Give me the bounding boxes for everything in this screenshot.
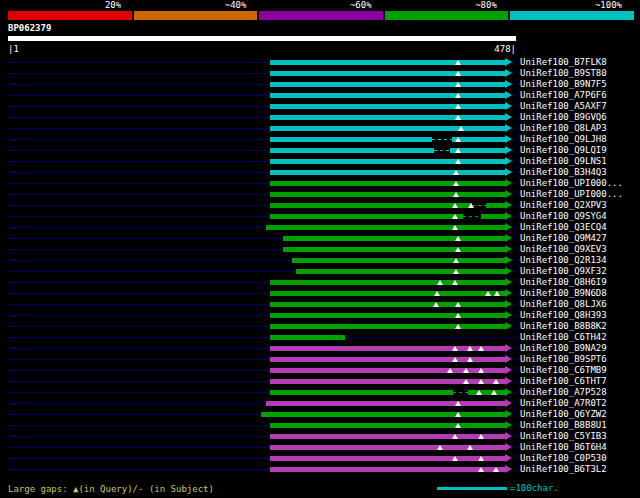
- query-gap-marker: [455, 313, 461, 318]
- hit-label[interactable]: UniRef100_A7P6F6: [520, 90, 607, 101]
- hit-label[interactable]: UniRef100_B7FLK8: [520, 57, 607, 68]
- alignment-bar[interactable]: [270, 148, 505, 153]
- hit-label[interactable]: UniRef100_Q9LJH8: [520, 134, 607, 145]
- alignment-bar[interactable]: [270, 82, 505, 87]
- scale-line: [437, 487, 507, 490]
- hit-label[interactable]: UniRef100_A7P528: [520, 387, 607, 398]
- alignment-bar[interactable]: [270, 71, 505, 76]
- hit-label[interactable]: UniRef100_B6T6H4: [520, 442, 607, 453]
- alignment-bar[interactable]: [266, 225, 506, 230]
- hit-label[interactable]: UniRef100_B6T3L2: [520, 464, 607, 475]
- hit-label[interactable]: UniRef100_A5AXF7: [520, 101, 607, 112]
- hit-label[interactable]: UniRef100_B9N7F5: [520, 79, 607, 90]
- alignment-bar[interactable]: [270, 137, 505, 142]
- hit-label[interactable]: UniRef100_Q9M427: [520, 233, 607, 244]
- hit-label[interactable]: UniRef100_Q9LQI9: [520, 145, 607, 156]
- hit-label[interactable]: UniRef100_Q9LNS1: [520, 156, 607, 167]
- hit-label[interactable]: UniRef100_Q9SYG4: [520, 211, 607, 222]
- query-gap-marker: [452, 346, 458, 351]
- hit-label[interactable]: UniRef100_Q8LAP3: [520, 123, 607, 134]
- hit-label[interactable]: UniRef100_Q9XF32: [520, 266, 607, 277]
- query-gap-marker: [478, 467, 484, 472]
- hit-label[interactable]: UniRef100_Q8H6I9: [520, 277, 607, 288]
- hit-label[interactable]: UniRef100_C6THT7: [520, 376, 607, 387]
- query-gap-marker: [455, 137, 461, 142]
- hit-label[interactable]: UniRef100_UPI000...: [520, 189, 623, 200]
- alignment-bar[interactable]: [270, 192, 505, 197]
- alignment-bar[interactable]: [270, 302, 505, 307]
- alignment-bar[interactable]: [270, 368, 505, 373]
- hit-label[interactable]: UniRef100_Q6YZW2: [520, 409, 607, 420]
- hit-label[interactable]: UniRef100_UPI000...: [520, 178, 623, 189]
- hit-label[interactable]: UniRef100_B8B8K2: [520, 321, 607, 332]
- alignment-bar[interactable]: [270, 313, 505, 318]
- hit-label[interactable]: UniRef100_C0P530: [520, 453, 607, 464]
- alignment-bar[interactable]: [270, 280, 505, 285]
- hit-label[interactable]: UniRef100_B9SPT6: [520, 354, 607, 365]
- hit-label[interactable]: UniRef100_B9NA29: [520, 343, 607, 354]
- alignment-bar[interactable]: [270, 60, 505, 65]
- query-gap-marker: [455, 324, 461, 329]
- alignment-bar[interactable]: [292, 258, 505, 263]
- hit-label[interactable]: UniRef100_Q8LJX6: [520, 299, 607, 310]
- bar-arrowhead: [505, 399, 512, 407]
- alignment-bar[interactable]: [270, 335, 345, 340]
- hit-label[interactable]: UniRef100_Q9XEV3: [520, 244, 607, 255]
- query-name: BP062379: [8, 23, 51, 33]
- alignment-bar[interactable]: [283, 236, 506, 241]
- scale-label-60: ~60%: [258, 1, 383, 10]
- hit-label[interactable]: UniRef100_Q2R134: [520, 255, 607, 266]
- query-gap-marker: [467, 445, 473, 450]
- hit-row: UniRef100_Q8H6I9: [0, 277, 640, 288]
- hit-label[interactable]: UniRef100_C6TMB9: [520, 365, 607, 376]
- hit-label[interactable]: UniRef100_C5YIB3: [520, 431, 607, 442]
- alignment-bar[interactable]: [261, 412, 505, 417]
- hit-label[interactable]: UniRef100_B3H4Q3: [520, 167, 607, 178]
- identity-scale-bar: [8, 11, 634, 20]
- alignment-bar[interactable]: [270, 324, 505, 329]
- hit-row: UniRef100_B3H4Q3: [0, 167, 640, 178]
- alignment-bar[interactable]: [270, 126, 505, 131]
- hit-label[interactable]: UniRef100_Q3ECQ4: [520, 222, 607, 233]
- bar-arrowhead: [505, 124, 512, 132]
- hit-label[interactable]: UniRef100_B9ST80: [520, 68, 607, 79]
- alignment-bar[interactable]: [270, 291, 505, 296]
- alignment-bar[interactable]: [270, 467, 505, 472]
- alignment-bar[interactable]: [270, 390, 505, 395]
- alignment-bar[interactable]: [296, 269, 506, 274]
- hit-label[interactable]: UniRef100_Q8H393: [520, 310, 607, 321]
- hit-label[interactable]: UniRef100_B9GVQ6: [520, 112, 607, 123]
- query-gap-marker: [452, 456, 458, 461]
- query-gap-marker: [455, 71, 461, 76]
- alignment-bar[interactable]: [270, 159, 505, 164]
- hit-row: UniRef100_C5YIB3: [0, 431, 640, 442]
- query-gap-marker: [452, 280, 458, 285]
- alignment-bar[interactable]: [266, 401, 506, 406]
- alignment-bar[interactable]: [270, 181, 505, 186]
- alignment-bar[interactable]: [270, 423, 505, 428]
- bar-arrowhead: [505, 465, 512, 473]
- hit-label[interactable]: UniRef100_B9N6D8: [520, 288, 607, 299]
- alignment-bar[interactable]: [270, 456, 505, 461]
- hit-label[interactable]: UniRef100_A7R0T2: [520, 398, 607, 409]
- alignment-bar[interactable]: [270, 104, 505, 109]
- query-gap-marker: [485, 291, 491, 296]
- hit-label[interactable]: UniRef100_Q2XPV3: [520, 200, 607, 211]
- alignment-bar[interactable]: [283, 247, 506, 252]
- hit-label[interactable]: UniRef100_B8B8U1: [520, 420, 607, 431]
- row-grid-line: [8, 337, 516, 338]
- gap-legend: Large gaps: ▲(in Query)/- (in Subject): [8, 484, 214, 494]
- query-gap-marker: [458, 126, 464, 131]
- query-gap-marker: [452, 214, 458, 219]
- query-gap-marker: [455, 104, 461, 109]
- alignment-bar[interactable]: [270, 115, 505, 120]
- alignment-bar[interactable]: [270, 93, 505, 98]
- hit-row: UniRef100_Q8LJX6: [0, 299, 640, 310]
- query-gap-marker: [463, 368, 469, 373]
- alignment-bar[interactable]: [270, 170, 505, 175]
- alignment-bar[interactable]: [270, 434, 505, 439]
- bar-arrowhead: [505, 443, 512, 451]
- bar-arrowhead: [505, 102, 512, 110]
- hit-label[interactable]: UniRef100_C6TH42: [520, 332, 607, 343]
- alignment-bar[interactable]: [270, 379, 505, 384]
